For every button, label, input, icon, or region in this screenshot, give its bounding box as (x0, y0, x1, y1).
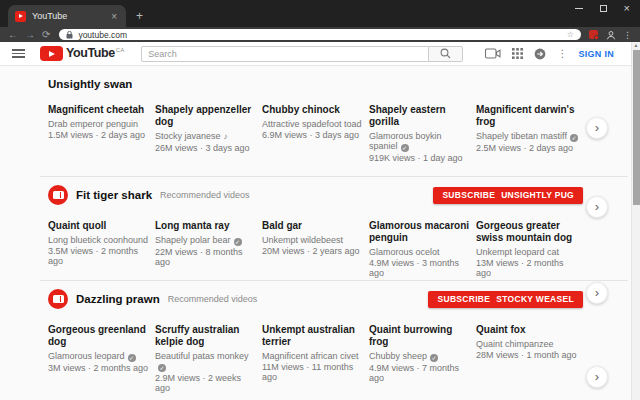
video-card: Unkempt australian terrier Magnificent a… (262, 324, 364, 393)
video-card: Chubby chinock Attractive spadefoot toad… (262, 104, 364, 163)
video-card: Quaint burrowing frog Chubby sheep 4.9M … (369, 324, 471, 393)
video-channel[interactable]: Quaint chimpanzee (476, 339, 578, 349)
browser-menu-icon[interactable]: ⋮ (623, 30, 632, 40)
channel-name: Chubby sheep (369, 351, 427, 361)
youtube-favicon-icon (15, 11, 26, 22)
video-title[interactable]: Quaint fox (476, 324, 578, 336)
verified-badge-icon (570, 134, 578, 142)
video-channel[interactable]: Beautiful patas monkey (155, 351, 257, 372)
new-tab-button[interactable]: + (136, 9, 143, 23)
video-title[interactable]: Glamorous macaroni penguin (369, 220, 471, 244)
video-meta: 1.5M views · 2 days ago (48, 130, 150, 140)
youtube-play-icon (40, 46, 63, 61)
video-card: Bald gar Unkempt wildebeest 20M views · … (262, 220, 364, 278)
channel-name: Glamorous leopard (48, 351, 125, 361)
video-title[interactable]: Gorgeous greater swiss mountain dog (476, 220, 578, 244)
video-channel[interactable]: Unkempt wildebeest (262, 235, 364, 245)
channel-name: Glamorous ocelot (369, 247, 440, 257)
hamburger-menu-icon[interactable] (12, 47, 25, 60)
video-meta: 919K views · 1 day ago (369, 153, 471, 163)
apps-grid-icon[interactable] (512, 48, 523, 59)
video-title[interactable]: Bald gar (262, 220, 364, 232)
video-row: Magnificent cheetah Drab emperor penguin… (48, 104, 583, 163)
video-title[interactable]: Chubby chinock (262, 104, 364, 116)
video-card: Scruffy australian kelpie dog Beautiful … (155, 324, 257, 393)
window-minimize-icon[interactable] (575, 8, 583, 9)
subscribe-button[interactable]: SUBSCRIBEUNSIGHTLY PUG (433, 187, 583, 204)
video-title[interactable]: Scruffy australian kelpie dog (155, 324, 257, 348)
scrollbar-thumb[interactable] (633, 50, 640, 205)
video-channel[interactable]: Long bluetick coonhound (48, 235, 150, 245)
video-channel[interactable]: Glamorous ocelot (369, 247, 471, 257)
video-row: Gorgeous greenland dog Glamorous leopard… (48, 324, 583, 393)
video-title[interactable]: Long manta ray (155, 220, 257, 232)
section-header: Fit tiger shark Recommended videos SUBSC… (48, 184, 583, 206)
url-bar[interactable]: youtube.com ☆ (59, 29, 581, 40)
video-channel[interactable]: Glamorous boykin spaniel (369, 131, 471, 152)
extension-icon[interactable] (589, 30, 598, 39)
section-title[interactable]: Dazzling prawn (76, 293, 160, 305)
channel-name: Unkempt wildebeest (262, 235, 343, 245)
header-menu-icon[interactable]: ⋮ (557, 48, 567, 59)
video-title[interactable]: Unkempt australian terrier (262, 324, 364, 348)
video-title[interactable]: Magnificent darwin's frog (476, 104, 578, 128)
chevron-right-icon: › (595, 286, 599, 299)
video-feed: Unsightly swan Magnificent cheetah Drab … (0, 66, 640, 400)
video-card: Shapely eastern gorilla Glamorous boykin… (369, 104, 471, 163)
window-maximize-icon[interactable] (600, 5, 607, 12)
video-card: Magnificent darwin's frog Shapely tibeta… (476, 104, 578, 163)
upload-video-icon[interactable] (485, 48, 501, 59)
verified-badge-icon (401, 144, 409, 152)
subscribe-label: SUBSCRIBE (437, 294, 490, 304)
video-channel[interactable]: Shapely polar bear (155, 235, 257, 246)
video-meta: 28M views · 1 month ago (476, 350, 578, 360)
youtube-logo[interactable]: YouTube CA (40, 46, 124, 61)
video-card: Glamorous macaroni penguin Glamorous oce… (369, 220, 471, 278)
channel-name: Quaint chimpanzee (476, 339, 554, 349)
page-scrollbar[interactable]: ▲ (631, 42, 640, 400)
carousel-next-button[interactable]: › (586, 196, 608, 218)
video-meta: 11M views · 11 months ago (262, 362, 364, 382)
carousel-next-button[interactable]: › (586, 282, 608, 304)
section-title[interactable]: Fit tiger shark (76, 189, 152, 201)
profile-icon[interactable] (606, 30, 616, 40)
channel-avatar-icon[interactable] (48, 289, 68, 309)
window-close-icon[interactable]: × (624, 5, 630, 12)
forward-icon[interactable]: → (25, 30, 35, 40)
scrollbar-up-icon[interactable]: ▲ (632, 42, 640, 49)
video-title[interactable]: Gorgeous greenland dog (48, 324, 150, 348)
search-input[interactable] (141, 46, 429, 62)
video-channel[interactable]: Glamorous leopard (48, 351, 150, 362)
video-channel[interactable]: Attractive spadefoot toad (262, 119, 364, 129)
video-channel[interactable]: Shapely tibetan mastiff (476, 131, 578, 142)
verified-badge-icon (158, 364, 166, 372)
back-icon[interactable]: ← (8, 30, 18, 40)
video-channel[interactable]: Stocky javanese (155, 131, 257, 142)
tab-close-icon[interactable]: × (109, 11, 119, 22)
video-title[interactable]: Shapely appenzeller dog (155, 104, 257, 128)
carousel-next-button[interactable]: › (586, 366, 608, 388)
browser-tab[interactable]: YouTube × (8, 5, 126, 27)
video-channel[interactable]: Magnificent african civet (262, 351, 364, 361)
video-title[interactable]: Magnificent cheetah (48, 104, 150, 116)
messages-icon[interactable] (534, 48, 546, 60)
url-text: youtube.com (78, 30, 566, 40)
video-channel[interactable]: Chubby sheep (369, 351, 471, 362)
refresh-icon[interactable]: ⟳ (42, 30, 50, 40)
video-title[interactable]: Quaint burrowing frog (369, 324, 471, 348)
video-meta: 4.9M views · 7 months ago (369, 363, 471, 383)
lock-icon (66, 31, 73, 39)
video-title[interactable]: Quaint quoll (48, 220, 150, 232)
video-channel[interactable]: Unkempt leopard cat (476, 247, 578, 257)
subscribe-button[interactable]: SUBSCRIBESTOCKY WEASEL (428, 291, 583, 308)
sign-in-button[interactable]: SIGN IN (578, 49, 614, 59)
video-title[interactable]: Shapely eastern gorilla (369, 104, 471, 128)
video-channel[interactable]: Drab emperor penguin (48, 119, 150, 129)
carousel-next-button[interactable]: › (586, 117, 608, 139)
search-icon (440, 48, 451, 59)
channel-name: Stocky javanese (155, 131, 221, 141)
bookmark-star-icon[interactable]: ☆ (567, 30, 574, 39)
chevron-right-icon: › (595, 200, 599, 213)
channel-avatar-icon[interactable] (48, 185, 68, 205)
search-button[interactable] (429, 46, 463, 62)
